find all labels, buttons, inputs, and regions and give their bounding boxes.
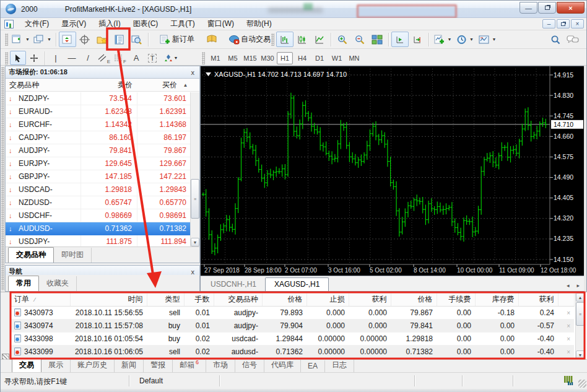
arrows-tool-button[interactable]: ▼ — [160, 51, 181, 65]
scrollbar-thumb[interactable]: ≡ — [576, 302, 585, 326]
terminal-tab-账户历史[interactable]: 账户历史 — [71, 359, 115, 372]
horizontal-line-tool-button[interactable]: — — [64, 51, 80, 65]
zoom-out-button[interactable] — [351, 32, 368, 47]
cursor-tool-button[interactable] — [10, 51, 26, 65]
minimize-button[interactable]: — — [520, 2, 537, 14]
child-minimize-button[interactable]: – — [542, 19, 555, 28]
menu-item-4[interactable]: 工具(T) — [164, 18, 201, 29]
orders-column-header[interactable]: 手续费 — [437, 293, 475, 306]
text-tool-button[interactable]: A — [128, 51, 144, 65]
channel-tool-button[interactable]: E — [96, 51, 112, 65]
chart-tab[interactable]: XAGUSD-,H1 — [265, 277, 329, 291]
timeframe-w1[interactable]: W1 — [329, 52, 345, 64]
indicators-button[interactable]: ▼ — [432, 32, 454, 47]
market-watch-row[interactable]: ↓NZDJPY-73.54473.601 — [6, 92, 190, 105]
status-profile[interactable]: Default — [139, 377, 163, 385]
toolbar-grip[interactable] — [5, 52, 8, 64]
terminal-tab-展示[interactable]: 展示 — [41, 359, 71, 372]
timeframe-m5[interactable]: M5 — [225, 52, 241, 64]
navigator-button[interactable] — [93, 32, 111, 47]
market-watch-row[interactable]: ↓EURCHF-1.143421.14368 — [6, 118, 190, 131]
scroll-down-icon[interactable]: ▼ — [191, 238, 199, 246]
tab-scroll-right-icon[interactable]: ▸ — [576, 282, 580, 289]
orders-column-header[interactable]: 交易品种 — [214, 293, 262, 306]
bar-chart-button[interactable] — [276, 32, 294, 47]
terminal-tab-代码库[interactable]: 代码库 — [264, 359, 301, 372]
terminal-tab-交易[interactable]: 交易 — [12, 358, 41, 372]
orders-column-header[interactable]: 获利 — [518, 293, 558, 306]
market-watch-row[interactable]: ↓EURAUD-1.623481.62391 — [6, 105, 190, 118]
order-row[interactable]: 34309742018.10.11 15:57:08buy0.01audjpy-… — [11, 319, 574, 332]
orders-column-header[interactable]: 订单 ∕ — [11, 293, 70, 306]
strategy-tester-button[interactable] — [128, 32, 146, 47]
chart-area[interactable]: 14.91514.83014.74514.66014.57514.49014.4… — [201, 66, 585, 276]
orders-column-header[interactable]: 价格 — [262, 293, 307, 306]
zoom-in-button[interactable] — [334, 32, 351, 47]
market-watch-row[interactable]: ↓USDCHF-0.986690.98691 — [6, 209, 190, 222]
close-order-icon[interactable]: × — [567, 323, 570, 329]
navigator-tab[interactable]: 收藏夹 — [39, 276, 77, 291]
dropdown-arrow-icon[interactable]: ▼ — [47, 37, 51, 41]
column-ask[interactable]: 买价 — [137, 80, 181, 90]
order-row[interactable]: 34330982018.10.16 01:05:54buy0.02usdcad-… — [11, 332, 574, 345]
candlestick-button[interactable] — [294, 32, 311, 47]
terminal-tab-警报[interactable]: 警报 — [144, 359, 173, 372]
menu-item-6[interactable]: 帮助(H) — [240, 18, 278, 29]
auto-scroll-button[interactable] — [391, 32, 409, 47]
market-watch-row[interactable]: ↓NZDUSD-0.657470.65770 — [6, 196, 190, 209]
terminal-tab-日志[interactable]: 日志 — [325, 359, 354, 372]
dropdown-arrow-icon[interactable]: ▼ — [492, 37, 497, 41]
navigator-tab[interactable]: 常用 — [8, 276, 39, 291]
timeframe-d1[interactable]: D1 — [311, 52, 328, 64]
data-window-button[interactable] — [76, 32, 93, 47]
timeframe-m1[interactable]: M1 — [207, 52, 224, 64]
column-symbol[interactable]: 交易品种 — [6, 80, 85, 90]
toolbar-grip[interactable] — [271, 33, 274, 46]
toolbar-grip[interactable] — [202, 52, 205, 64]
timeframe-mn[interactable]: MN — [346, 52, 362, 64]
periods-button[interactable]: ▼ — [454, 32, 476, 47]
dropdown-arrow-icon[interactable]: ▼ — [469, 37, 474, 41]
child-close-button[interactable]: × — [571, 19, 584, 28]
tab-scroll-left-icon[interactable]: ◂ — [567, 282, 570, 289]
panel-grip[interactable] — [1, 67, 4, 290]
terminal-tab-市场[interactable]: 市场 — [206, 359, 235, 372]
timeframe-m30[interactable]: M30 — [259, 52, 276, 64]
chart-document-icon[interactable] — [4, 20, 14, 28]
terminal-tab-邮箱[interactable]: 邮箱6 — [173, 358, 206, 372]
column-bid[interactable]: 卖价 — [85, 80, 137, 90]
label-tool-button[interactable]: T — [144, 51, 160, 65]
chart-tab[interactable]: USDCNH-,H1 — [202, 278, 265, 291]
crosshair-tool-button[interactable] — [26, 51, 42, 65]
orders-column-header[interactable]: 类型 — [147, 293, 184, 306]
fibonacci-tool-button[interactable]: F — [112, 51, 128, 65]
market-watch-row[interactable]: ↓USDJPY-111.875111.894 — [6, 235, 190, 246]
new-order-button[interactable]: 新订单 — [151, 32, 203, 47]
dropdown-arrow-icon[interactable]: ▼ — [448, 37, 452, 41]
resize-grip[interactable] — [578, 380, 586, 388]
close-icon[interactable]: x — [189, 268, 197, 276]
orders-column-header[interactable]: 获利 — [349, 293, 391, 306]
terminal-tab-EA[interactable]: EA — [301, 360, 325, 372]
timeframe-m15[interactable]: M15 — [242, 52, 258, 64]
scroll-down-icon[interactable]: ▼ — [576, 351, 585, 359]
close-button[interactable]: × — [557, 2, 585, 14]
chat-button[interactable] — [564, 32, 581, 47]
scroll-up-icon[interactable]: ▲ — [576, 293, 585, 302]
menu-item-2[interactable]: 插入(I) — [92, 18, 126, 29]
chart-shift-button[interactable] — [409, 32, 426, 47]
terminal-tab-信号[interactable]: 信号 — [235, 359, 264, 372]
terminal-button[interactable] — [111, 32, 128, 47]
profiles-button[interactable]: ▼ — [32, 32, 53, 47]
orders-column-header[interactable]: 止损 — [307, 293, 349, 306]
market-watch-scrollbar[interactable]: ≡ ▼ — [190, 92, 199, 246]
order-row[interactable]: 34330992018.10.16 01:06:05sell0.02audusd… — [11, 345, 574, 358]
close-icon[interactable]: x — [189, 69, 197, 76]
market-watch-row[interactable]: ↓CADJPY-86.16086.197 — [6, 131, 190, 144]
menu-item-0[interactable]: 文件(F) — [19, 18, 55, 29]
vertical-line-tool-button[interactable]: | — [48, 51, 64, 65]
close-order-icon[interactable]: × — [567, 310, 570, 316]
terminal-grip[interactable] — [1, 292, 11, 360]
market-watch-button[interactable] — [59, 32, 76, 47]
menu-item-3[interactable]: 图表(C) — [127, 18, 165, 29]
